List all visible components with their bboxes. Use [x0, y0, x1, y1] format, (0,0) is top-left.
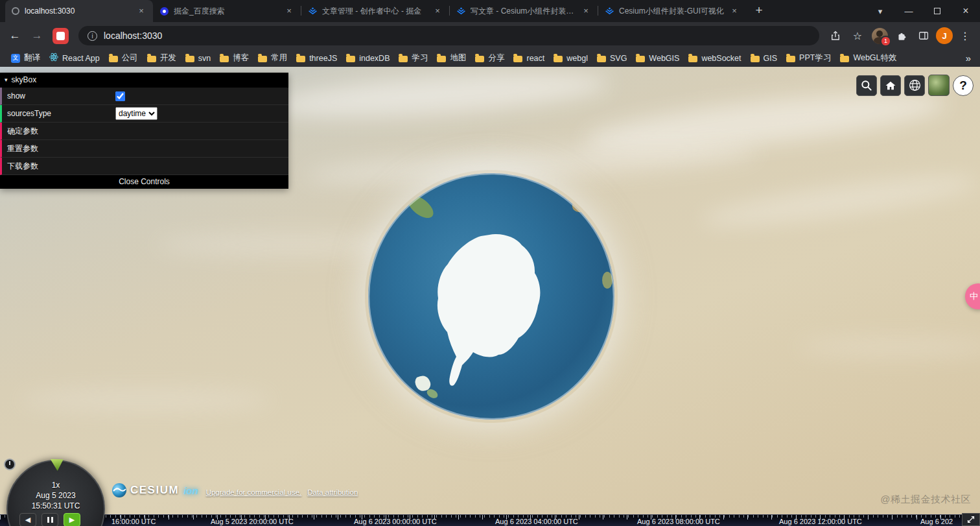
home-button[interactable]	[880, 75, 901, 96]
gui-button-download-params[interactable]: 下载参数	[0, 158, 288, 175]
timeline-scrubber[interactable]: 16:00:00 UTC Aug 5 2023 20:00:00 UTC Aug…	[0, 514, 980, 526]
gui-row-show: show	[0, 88, 288, 105]
data-attribution-link[interactable]: Data attribution	[307, 488, 358, 496]
bookmark-folder[interactable]: 地图	[432, 51, 471, 66]
bookmark-folder[interactable]: WebGL特效	[835, 51, 901, 66]
bookmark-label: 公司	[122, 53, 138, 64]
translate-float-badge[interactable]: 中	[965, 283, 980, 309]
cesium-logo[interactable]: CESIUM ion	[111, 483, 198, 498]
timeline-label: 16:00:00 UTC	[111, 518, 156, 525]
tab-strip: localhost:3030 × 掘金_百度搜索 × 文章管理 - 创作者中心 …	[0, 0, 980, 22]
bookmark-folder[interactable]: WebGIS	[631, 52, 684, 65]
cesium-toolbar: ?	[856, 75, 974, 96]
geocoder-search-button[interactable]	[856, 75, 877, 96]
bookmark-folder[interactable]: 分享	[471, 51, 509, 66]
tab-title: 文章管理 - 创作者中心 - 掘金	[322, 6, 427, 17]
scene-mode-globe-button[interactable]	[904, 75, 925, 96]
cesium-credit: CESIUM ion Upgrade for commercial use. D…	[111, 483, 358, 498]
tab-close-icon[interactable]: ×	[136, 6, 146, 16]
gui-close-controls-button[interactable]: Close Controls	[0, 175, 288, 189]
animation-speed: 1x	[6, 481, 105, 490]
bookmark-folder[interactable]: indexDB	[342, 52, 394, 65]
extensions-puzzle-icon[interactable]	[892, 26, 911, 45]
side-panel-icon[interactable]	[914, 26, 933, 45]
tab-juejin-gui[interactable]: Cesium小组件封装-GUI可视化 ×	[598, 0, 746, 22]
navigation-help-button[interactable]: ?	[953, 75, 974, 96]
extension-icon[interactable]	[52, 28, 69, 44]
address-bar[interactable]: i localhost:3030	[78, 26, 819, 45]
juejin-favicon	[308, 6, 317, 16]
pause-button[interactable]	[41, 513, 58, 526]
pause-icon	[47, 517, 53, 523]
juejin-watermark: @稀土掘金技术社区	[880, 494, 971, 506]
gui-button-reset-params[interactable]: 重置参数	[0, 140, 288, 158]
forward-button[interactable]: →	[27, 26, 47, 45]
base-layer-picker-button[interactable]	[928, 75, 950, 96]
play-reverse-button[interactable]: ◀	[19, 513, 36, 526]
bookmark-folder[interactable]: threeJS	[292, 52, 342, 65]
fullscreen-button[interactable]	[962, 513, 980, 526]
site-info-icon[interactable]: i	[88, 31, 97, 41]
earth-globe[interactable]	[365, 170, 618, 423]
tab-close-icon[interactable]: ×	[729, 6, 740, 16]
bookmarks-overflow-chevron[interactable]: »	[963, 53, 974, 64]
profile-avatar[interactable]: 1	[870, 26, 889, 45]
bookmark-label: SVG	[610, 54, 627, 63]
new-tab-button[interactable]: +	[750, 2, 768, 20]
bookmark-translate[interactable]: 文 翻译	[6, 51, 45, 66]
bookmark-folder[interactable]: svn	[181, 52, 215, 65]
bookmark-folder[interactable]: PPT学习	[782, 51, 835, 66]
tab-close-icon[interactable]: ×	[581, 6, 591, 16]
translate-icon: 文	[11, 54, 20, 63]
tab-juejin-manage[interactable]: 文章管理 - 创作者中心 - 掘金 ×	[301, 0, 449, 22]
window-controls: ▾ — ×	[866, 0, 980, 22]
folder-icon	[147, 56, 156, 62]
tab-juejin-write[interactable]: 写文章 - Cesium小组件封装-GU ×	[450, 0, 598, 22]
bookmark-folder[interactable]: 公司	[104, 51, 143, 66]
gui-folder-skybox[interactable]: ▾skyBox	[0, 73, 288, 88]
bookmark-folder[interactable]: webgl	[549, 52, 592, 65]
share-icon[interactable]	[826, 26, 845, 45]
url-text[interactable]: localhost:3030	[104, 30, 162, 41]
bookmark-folder[interactable]: webSocket	[684, 52, 745, 65]
minimize-button[interactable]: —	[894, 0, 923, 22]
bookmark-folder[interactable]: 常用	[253, 51, 292, 66]
tab-baidu-search[interactable]: 掘金_百度搜索 ×	[153, 0, 301, 22]
bookmark-folder[interactable]: 学习	[394, 51, 432, 66]
close-window-button[interactable]: ×	[951, 0, 980, 22]
bookmarks-bar: 文 翻译 React App 公司 开发 svn 博客 常用 threeJS i…	[0, 49, 980, 67]
tab-title: 写文章 - Cesium小组件封装-GU	[471, 6, 576, 17]
bookmark-label: webgl	[566, 54, 588, 63]
account-avatar[interactable]: J	[936, 27, 953, 44]
back-button[interactable]: ←	[5, 26, 25, 45]
timeline-label: Aug 6 2023 00:00:00 UTC	[354, 518, 437, 525]
bookmark-star-icon[interactable]: ☆	[848, 26, 867, 45]
maximize-button[interactable]	[923, 0, 951, 22]
cesium-viewport[interactable]: ▾skyBox show sourcesType daytime 确定参数 重置…	[0, 67, 980, 526]
timeline-label: Aug 5 2023 20:00:00 UTC	[211, 518, 294, 525]
sourcestype-select[interactable]: daytime	[115, 107, 158, 120]
folder-icon	[840, 56, 849, 62]
clock-gauge-icon[interactable]	[4, 459, 16, 470]
gui-row-sourcestype: sourcesType daytime	[0, 105, 288, 123]
tab-localhost[interactable]: localhost:3030 ×	[5, 0, 153, 22]
juejin-favicon	[456, 6, 465, 16]
cloud	[272, 67, 611, 125]
gui-button-confirm-params[interactable]: 确定参数	[0, 123, 288, 140]
gui-button-label: 重置参数	[2, 143, 115, 154]
play-forward-button[interactable]: ▶	[64, 513, 80, 526]
browser-toolbar: ← → i localhost:3030 ☆ 1 J ⋮	[0, 22, 980, 49]
bookmark-folder[interactable]: 开发	[143, 51, 181, 66]
tab-close-icon[interactable]: ×	[284, 6, 294, 16]
tab-close-icon[interactable]: ×	[432, 6, 443, 16]
bookmark-label: 翻译	[24, 53, 40, 64]
bookmark-react-app[interactable]: React App	[45, 51, 104, 66]
bookmark-folder[interactable]: 博客	[215, 51, 253, 66]
bookmark-folder[interactable]: SVG	[592, 52, 631, 65]
menu-kebab-icon[interactable]: ⋮	[955, 26, 975, 45]
bookmark-folder[interactable]: GIS	[746, 52, 782, 65]
show-checkbox[interactable]	[115, 91, 125, 101]
bookmark-folder[interactable]: react	[509, 52, 549, 65]
tab-search-chevron-icon[interactable]: ▾	[866, 0, 894, 22]
upgrade-link[interactable]: Upgrade for commercial use.	[206, 488, 302, 496]
